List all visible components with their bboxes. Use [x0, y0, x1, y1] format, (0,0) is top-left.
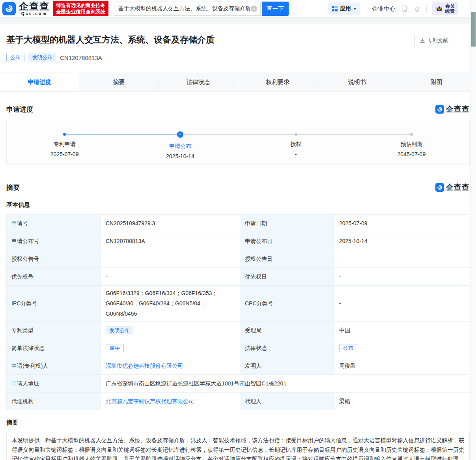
legal-status-cell: 公布 — [334, 339, 470, 357]
receiving-office: 中国 — [334, 322, 470, 339]
timeline-dot-pending — [295, 133, 297, 136]
progress-section-title: 申请进度 — [6, 105, 33, 114]
abstract-section-header: 摘要 企查查 — [0, 182, 476, 193]
table-row: 代理机构 北京超凡宏宇知识产权代理有限公司 代理人 梁韬 — [7, 393, 470, 410]
timeline-step-expiry: 预估到期 2045-07-09 — [354, 120, 469, 165]
qcc-logo[interactable]: 企查查 Qcc.com 缔造有远见的商业传奇 全国企业信用查询系统 — [2, 1, 108, 16]
basic-info-subtitle: 基本信息 — [0, 201, 476, 209]
application-number: CN202510947929.3 — [101, 215, 240, 232]
publication-number-cell: CN120780813A — [101, 232, 240, 250]
abstract-section-title: 摘要 — [6, 183, 20, 192]
table-row: 授权公告号 - 授权公告日 - — [7, 250, 470, 268]
abstract-text: 本发明提供一种基于大模型的机器人交互方法、系统、设备及存储介质，涉及人工智能技术… — [6, 432, 470, 460]
brand-slogan: 缔造有远见的商业传奇 全国企业信用查询系统 — [53, 1, 108, 16]
patent-document-button[interactable]: 专利文献 — [414, 34, 453, 47]
member-text: 会员 续费 — [445, 4, 455, 14]
table-row: 优先权号 - 优先权日 - — [7, 268, 470, 286]
timeline-dot-pending — [410, 133, 413, 136]
timeline-dot-done — [63, 133, 66, 136]
search-button[interactable]: 查一下 — [262, 2, 289, 16]
agent: 梁韬 — [334, 393, 470, 410]
timeline-step-date: 2025-10-14 — [166, 153, 194, 159]
timeline-step-published: ✓ 申请公布 2025-10-14 — [122, 120, 238, 165]
patent-type-badge: 发明公布 — [106, 326, 133, 335]
row-label: 申请号 — [7, 215, 101, 232]
search-area: 基于大模型的机器人交互方法、系统、设备及存储介质 × 查一下 — [114, 2, 289, 16]
brand-cn: 企查查 — [19, 2, 50, 11]
timeline-step-label: 专利申请 — [54, 141, 76, 148]
row-label: 授权公告日 — [240, 250, 334, 268]
chevron-down-icon — [353, 8, 357, 10]
slogan-line1: 缔造有远见的商业传奇 — [56, 3, 105, 8]
grant-number: - — [101, 250, 240, 268]
page-background-band — [0, 17, 476, 24]
scrollbar-thumb[interactable] — [471, 12, 476, 47]
table-row: 简单法律状态 审中 法律状态 公布 — [7, 339, 470, 357]
tab-bar: 申请进度 摘要 法律状态 权利要求 说明书 附图 — [0, 73, 476, 92]
row-label: 法律状态 — [240, 339, 334, 357]
enterprise-center-link[interactable]: 企业中心 — [372, 5, 396, 13]
tab-drawings[interactable]: 附图 — [397, 73, 476, 91]
search-value: 基于大模型的机器人交互方法、系统、设备及存储介质 — [118, 5, 251, 12]
qcc-logo-text: 企查查 — [446, 182, 470, 193]
qcc-logo-text: 企查查 — [446, 104, 470, 114]
notification-bell-icon[interactable] — [414, 5, 421, 12]
application-date: 2025-07-09 — [334, 215, 470, 232]
publication-date: 2025-10-14 — [334, 232, 470, 250]
patent-document-label: 专利文献 — [427, 37, 448, 44]
top-navbar: 企查查 Qcc.com 缔造有远见的商业传奇 全国企业信用查询系统 基于大模型的… — [0, 0, 476, 17]
timeline-step-label: 预估到期 — [400, 141, 422, 148]
brand-text: 企查查 Qcc.com — [19, 2, 50, 16]
member-line2: 续费 — [445, 8, 455, 14]
patent-detail-card: 基于大模型的机器人交互方法、系统、设备及存储介质 专利文献 公布 发明公布 CN… — [0, 24, 476, 460]
tab-application-progress[interactable]: 申请进度 — [0, 73, 79, 91]
simple-legal-status-cell: 审中 — [101, 339, 240, 357]
tab-description[interactable]: 说明书 — [317, 73, 397, 91]
applicant-company-link[interactable]: 深圳市优必选科技股份有限公司 — [106, 363, 183, 369]
timeline-step-granted: 授权 - — [238, 120, 354, 165]
table-row: 申请号 CN202510947929.3 申请日期 2025-07-09 — [7, 215, 470, 232]
type-badge: 发明公布 — [28, 53, 56, 62]
application-timeline: 专利申请 2025-07-09 ✓ 申请公布 2025-10-14 授权 - 预… — [6, 120, 470, 165]
slogan-line2: 全国企业信用查询系统 — [56, 9, 105, 15]
brand-en: Qcc.com — [21, 12, 48, 16]
tab-legal-status[interactable]: 法律状态 — [159, 73, 238, 91]
title-row: 基于大模型的机器人交互方法、系统、设备及存储介质 专利文献 — [0, 24, 476, 47]
search-input[interactable]: 基于大模型的机器人交互方法、系统、设备及存储介质 × — [114, 2, 261, 16]
status-badge: 公布 — [6, 53, 24, 62]
timeline-step-date: 2045-07-09 — [398, 151, 426, 157]
priority-date: - — [334, 268, 470, 286]
tab-abstract[interactable]: 摘要 — [79, 73, 159, 91]
row-label: 发明人 — [240, 357, 334, 375]
row-label: 专利类型 — [7, 322, 101, 339]
qcc-logo-icon — [435, 183, 444, 192]
clear-search-icon[interactable]: × — [251, 6, 257, 12]
apps-menu[interactable]: 应用 — [328, 2, 360, 15]
member-badge-icon — [435, 5, 443, 13]
publication-number: CN120780813A — [60, 54, 102, 61]
apps-grid-icon — [332, 6, 338, 11]
timeline-step-label: 申请公布 — [169, 143, 191, 150]
table-row: IPC分类号 G06F16/3329；G06F16/334；G06F16/353… — [7, 286, 470, 322]
basic-info-table: 申请号 CN202510947929.3 申请日期 2025-07-09 申请公… — [6, 214, 470, 410]
agency-company-link[interactable]: 北京超凡宏宇知识产权代理有限公司 — [106, 398, 194, 404]
row-label: 申请人地址 — [7, 375, 101, 393]
header-nav: 应用 企业中心 会员 续费 — [328, 2, 458, 15]
priority-number: - — [101, 268, 240, 286]
row-label: CPC分类号 — [240, 286, 334, 322]
timeline-check-icon: ✓ — [177, 131, 183, 138]
timeline-step-date: 2025-07-09 — [50, 151, 79, 157]
qcc-watermark-logo: 企查查 — [435, 182, 470, 193]
scrollbar-track[interactable] — [470, 0, 476, 460]
simple-legal-status-badge: 审中 — [106, 344, 124, 352]
page: 企查查 Qcc.com 缔造有远见的商业传奇 全国企业信用查询系统 基于大模型的… — [0, 0, 476, 460]
table-row: 专利类型 发明公布 受理局 中国 — [7, 322, 470, 339]
row-label: 代理人 — [240, 393, 334, 410]
agency-cell: 北京超凡宏宇知识产权代理有限公司 — [101, 393, 240, 410]
tab-claims[interactable]: 权利要求 — [238, 73, 317, 91]
divider — [366, 6, 366, 12]
member-renew-button[interactable]: 会员 续费 — [432, 2, 458, 15]
mobile-app-icon[interactable] — [401, 5, 408, 12]
row-label: 申请(专利权)人 — [7, 357, 101, 375]
row-label: IPC分类号 — [7, 286, 101, 322]
